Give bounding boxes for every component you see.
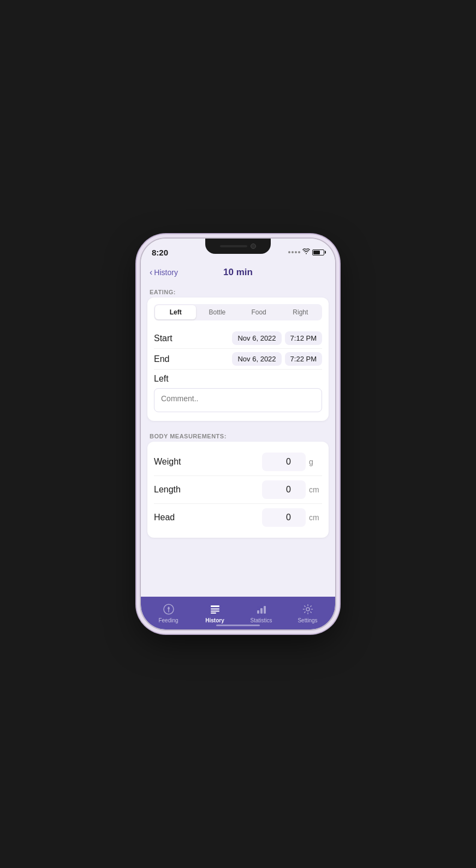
start-date[interactable]: Nov 6, 2022	[232, 331, 281, 345]
eating-section-label: EATING:	[141, 284, 335, 298]
signal-icon	[288, 251, 300, 253]
settings-icon	[301, 603, 314, 616]
svg-rect-7	[264, 606, 266, 614]
side-label: Left	[154, 370, 322, 386]
history-icon	[209, 603, 222, 616]
end-label: End	[154, 354, 169, 364]
end-values: Nov 6, 2022 7:22 PM	[232, 352, 322, 366]
back-chevron-icon: ‹	[150, 267, 152, 277]
length-input[interactable]	[262, 480, 306, 499]
phone-shell: 8:20	[140, 237, 336, 631]
wifi-icon	[302, 248, 310, 256]
length-row: Length cm	[154, 476, 322, 504]
start-row: Start Nov 6, 2022 7:12 PM	[154, 328, 322, 349]
length-input-group: cm	[262, 480, 322, 499]
tab-bottle[interactable]: Bottle	[197, 305, 237, 319]
tab-bar-feeding[interactable]: Feeding	[145, 599, 192, 627]
page-header: ‹ History 10 min	[141, 263, 335, 284]
head-label: Head	[154, 513, 175, 522]
weight-unit: g	[309, 457, 322, 466]
page-title: 10 min	[223, 267, 253, 278]
weight-row: Weight g	[154, 448, 322, 476]
start-time[interactable]: 7:12 PM	[285, 331, 322, 345]
tab-bar-settings[interactable]: Settings	[284, 599, 331, 627]
feeding-tab-label: Feeding	[158, 617, 178, 623]
svg-rect-6	[260, 608, 263, 614]
screen: ‹ History 10 min EATING: Left Bottle Foo…	[141, 263, 335, 597]
settings-tab-label: Settings	[297, 617, 317, 623]
tab-left[interactable]: Left	[155, 305, 196, 319]
back-button[interactable]: ‹ History	[150, 267, 178, 277]
body-measurements-card: Weight g Length cm Head cm	[147, 442, 329, 538]
comment-input[interactable]	[154, 388, 322, 412]
svg-rect-3	[211, 611, 219, 612]
eating-card: Left Bottle Food Right Start Nov 6, 2022…	[147, 298, 329, 421]
length-label: Length	[154, 485, 181, 495]
battery-icon	[312, 249, 324, 255]
weight-input-group: g	[262, 453, 322, 471]
tab-bar-statistics[interactable]: Statistics	[238, 599, 284, 627]
head-unit: cm	[309, 513, 322, 522]
phone-notch	[205, 239, 271, 254]
status-time: 8:20	[152, 248, 168, 257]
statistics-tab-label: Statistics	[250, 617, 272, 623]
end-date[interactable]: Nov 6, 2022	[232, 352, 281, 366]
back-label: History	[154, 268, 178, 277]
end-time[interactable]: 7:22 PM	[285, 352, 322, 366]
length-unit: cm	[309, 485, 322, 494]
body-measurements-section-label: BODY MEASUREMENTS:	[141, 429, 335, 442]
history-tab-label: History	[205, 617, 224, 623]
svg-rect-5	[257, 610, 259, 614]
end-row: End Nov 6, 2022 7:22 PM	[154, 349, 322, 370]
feeding-icon	[162, 603, 175, 616]
status-icons	[288, 248, 324, 256]
head-row: Head cm	[154, 504, 322, 531]
statistics-icon	[255, 603, 268, 616]
svg-rect-2	[211, 609, 219, 610]
start-values: Nov 6, 2022 7:12 PM	[232, 331, 322, 345]
weight-label: Weight	[154, 457, 181, 467]
tab-right[interactable]: Right	[280, 305, 321, 319]
tab-bar-history[interactable]: History	[192, 599, 238, 627]
power-button	[335, 304, 336, 331]
head-input-group: cm	[262, 508, 322, 527]
notch-camera	[251, 243, 256, 249]
svg-point-8	[306, 608, 310, 611]
weight-input[interactable]	[262, 453, 306, 471]
start-label: Start	[154, 334, 172, 343]
notch-speaker	[220, 245, 247, 247]
head-input[interactable]	[262, 508, 306, 527]
svg-rect-4	[211, 613, 216, 614]
eating-tab-selector: Left Bottle Food Right	[154, 304, 322, 320]
svg-rect-1	[211, 605, 219, 607]
home-indicator	[216, 625, 260, 626]
tab-food[interactable]: Food	[239, 305, 279, 319]
